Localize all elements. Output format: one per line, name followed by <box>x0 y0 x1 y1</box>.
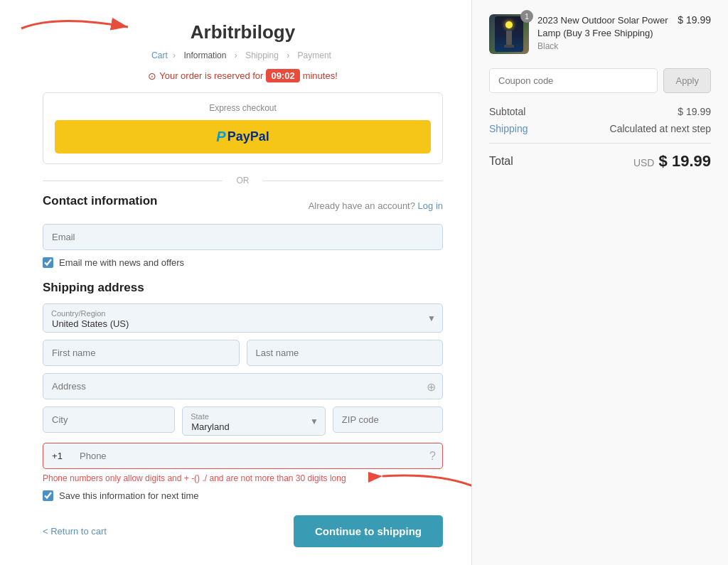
subtotal-row: Subtotal $ 19.99 <box>489 106 711 117</box>
return-to-cart-link[interactable]: < Return to cart <box>43 526 107 537</box>
zip-input[interactable] <box>333 407 443 433</box>
reservation-text-before: Your order is reserved for <box>159 70 263 81</box>
product-row: 1 2023 New Outdoor Solar Power Lamp (Buy… <box>489 14 711 54</box>
email-wrapper <box>43 224 443 250</box>
country-select[interactable]: United States (US) <box>43 303 443 333</box>
shipping-value: Calculated at next step <box>610 123 711 134</box>
state-wrapper: State Maryland ▼ <box>182 407 326 436</box>
express-label: Express checkout <box>55 103 431 113</box>
geo-icon: ⊕ <box>427 380 436 393</box>
contact-section-header: Contact information Already have an acco… <box>43 194 443 217</box>
name-row <box>43 340 443 366</box>
reservation-bar: ⊙ Your order is reserved for 09:02 minut… <box>43 69 443 82</box>
shipping-section-title: Shipping address <box>43 281 443 295</box>
city-wrapper <box>43 407 175 436</box>
or-divider: OR <box>43 176 443 185</box>
total-label: Total <box>489 155 513 168</box>
reservation-timer: 09:02 <box>266 69 299 82</box>
shipping-label: Shipping <box>489 123 528 134</box>
phone-row: +1 ? <box>43 443 443 469</box>
phone-help-icon[interactable]: ? <box>429 450 436 463</box>
phone-input-wrapper: ? <box>71 443 443 469</box>
newsletter-checkbox[interactable] <box>43 257 53 268</box>
subtotal-value: $ 19.99 <box>678 106 711 117</box>
city-input[interactable] <box>43 407 175 433</box>
product-variant: Black <box>537 41 669 51</box>
bottom-actions: < Return to cart Continue to shipping <box>43 515 443 547</box>
coupon-row: Apply <box>489 68 711 93</box>
zip-wrapper <box>333 407 443 436</box>
subtotal-label: Subtotal <box>489 106 525 117</box>
phone-prefix: +1 <box>43 443 71 469</box>
state-select[interactable]: Maryland <box>182 407 326 436</box>
apply-coupon-button[interactable]: Apply <box>663 68 711 93</box>
breadcrumb-shipping: Shipping <box>245 50 279 60</box>
product-price: $ 19.99 <box>678 14 711 26</box>
continue-to-shipping-button[interactable]: Continue to shipping <box>294 515 443 547</box>
reservation-text-after: minutes! <box>303 70 338 81</box>
clock-icon: ⊙ <box>148 70 156 82</box>
order-summary: 1 2023 New Outdoor Solar Power Lamp (Buy… <box>472 0 728 565</box>
lamp-pole <box>506 31 512 45</box>
total-divider <box>489 143 711 144</box>
breadcrumb-cart[interactable]: Cart <box>151 50 168 60</box>
total-value: USD $ 19.99 <box>633 152 711 171</box>
already-account-text: Already have an account? <box>309 200 415 211</box>
coupon-input[interactable] <box>489 68 658 93</box>
last-name-wrapper <box>247 340 444 366</box>
newsletter-label: Email me with news and offers <box>59 257 184 268</box>
total-row: Total USD $ 19.99 <box>489 152 711 171</box>
save-info-row[interactable]: Save this information for next time <box>43 490 443 501</box>
paypal-label: PayPal <box>228 129 269 144</box>
product-badge-count: 1 <box>520 10 533 23</box>
email-input[interactable] <box>43 224 443 250</box>
address-input[interactable] <box>43 373 443 399</box>
phone-error-message: Phone numbers only allow digits and + -(… <box>43 473 443 483</box>
last-name-input[interactable] <box>247 340 444 366</box>
store-title: Arbitrbilogy <box>43 21 443 43</box>
total-amount: $ 19.99 <box>659 152 711 170</box>
lamp-base <box>504 45 514 48</box>
product-name: 2023 New Outdoor Solar Power Lamp (Buy 3… <box>537 14 669 40</box>
address-wrapper: ⊕ <box>43 373 443 399</box>
breadcrumb-information: Information <box>183 50 226 60</box>
login-link[interactable]: Log in <box>418 200 443 211</box>
product-info: 2023 New Outdoor Solar Power Lamp (Buy 3… <box>537 14 669 51</box>
contact-section-title: Contact information <box>43 194 158 208</box>
total-currency: USD <box>633 157 655 168</box>
save-info-label: Save this information for next time <box>59 490 199 501</box>
breadcrumb-payment: Payment <box>298 50 331 60</box>
newsletter-checkbox-row[interactable]: Email me with news and offers <box>43 257 443 268</box>
first-name-wrapper <box>43 340 240 366</box>
phone-input[interactable] <box>71 443 443 469</box>
country-wrapper: Country/Region United States (US) ▼ <box>43 303 443 333</box>
country-select-wrapper: Country/Region United States (US) ▼ <box>43 303 443 333</box>
breadcrumb: Cart › Information › Shipping › Payment <box>43 50 443 60</box>
save-info-checkbox[interactable] <box>43 490 53 501</box>
express-checkout-section: Express checkout P PayPal <box>43 92 443 164</box>
city-state-zip-row: State Maryland ▼ <box>43 407 443 436</box>
shipping-row: Shipping Calculated at next step <box>489 123 711 134</box>
lamp-light <box>505 21 513 28</box>
first-name-input[interactable] <box>43 340 240 366</box>
product-image-wrapper: 1 <box>489 14 529 54</box>
paypal-button[interactable]: P PayPal <box>55 120 431 154</box>
